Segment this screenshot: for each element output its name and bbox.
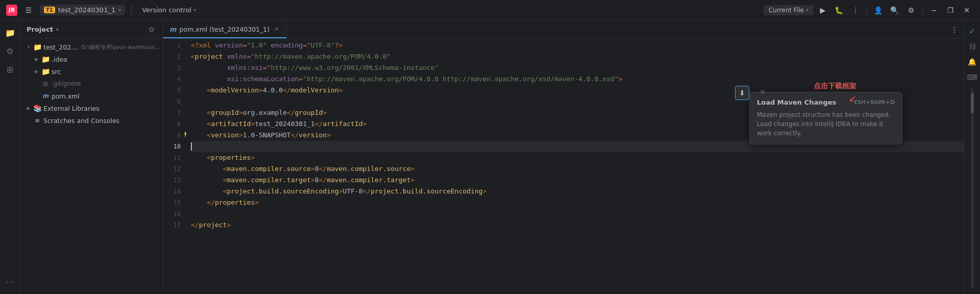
annotation-text: 点击下载框架 [814,82,856,91]
vcs-selector[interactable]: Version control ▾ [138,5,200,15]
sidebar-title: Project [27,26,53,33]
more-icon: ⋮ [852,6,859,14]
project-selector[interactable]: T1 test_20240301_1 ▾ [40,5,125,15]
line-numbers: 1 2 3 4 5 6 7 8 9 10 11 12 13 14 15 16 1… [163,39,185,294]
tree-label-pom: pom.xml [52,92,80,100]
line-num-12: 12 [174,163,181,175]
folder-icon-src: 📁 [41,67,50,76]
tree-item-src[interactable]: ▶ 📁 src [20,65,163,78]
tree-path-root: D:\编程专用\java-warehouse(本地)\test_20240 [81,43,163,51]
gear-icon[interactable]: ⚙ [146,24,157,35]
restore-button[interactable]: ❐ [943,4,958,16]
line-num-11: 11 [174,152,181,163]
terminal-right-icon[interactable]: ⌨ [966,70,979,84]
minimap-scrollbar[interactable] [971,88,974,288]
line-num-2: 2 [177,51,181,62]
code-line-2: <project xmlns="http://maven.apache.org/… [191,51,964,62]
project-name: test_20240301_1 [58,6,115,14]
library-icon: 📚 [33,104,42,112]
line-num-6: 6 [177,96,181,107]
line-num-17: 17 [174,219,181,231]
line-num-8: 8 [177,118,181,130]
titlebar-actions: Current File ▾ ▶ 🐛 ⋮ 👤 🔍 ⚙ − ❐ ✕ [764,3,974,17]
tree-item-extlibs[interactable]: ▶ 📚 External Libraries [20,102,163,114]
vcs-label: Version control [142,6,191,14]
maven-icon: m [41,92,50,100]
check-icon[interactable]: ✓ [966,24,979,38]
run-config-selector[interactable]: Current File ▾ [764,5,814,15]
line-num-3: 3 [177,62,181,74]
line-num-13: 13 [174,175,181,186]
folder-rail-icon[interactable]: 📁 [2,24,18,41]
tab-close-pom[interactable]: ✕ [273,25,280,34]
tree-label-src: src [52,68,61,76]
tab-label-pom: pom.xml (test_20240301_1) [180,26,270,33]
download-icon: ⬇ [739,89,745,97]
tree-label-extlibs: External Libraries [43,105,100,112]
close-button[interactable]: ✕ [960,4,974,16]
tree-item-gitignore[interactable]: ⊘ .gitignore [20,78,163,90]
main-layout: 📁 ⚙ ⊞ ⋯ Project ▾ ⚙ ▾ 📁 test_20240301_1 … [0,20,980,294]
profile-button[interactable]: 👤 [871,3,886,17]
bulb-icon[interactable]: 💡 [185,130,188,141]
tree-item-idea[interactable]: ▶ 📁 .idea [20,53,163,65]
folder-icon-idea: 📁 [41,55,50,63]
tab-pom[interactable]: m pom.xml (test_20240301_1) ✕ [163,20,287,38]
code-line-17: </project> [191,219,964,231]
close-icon: ✕ [760,88,766,96]
code-editor[interactable]: <?xml version="1.0" encoding="UTF-8"?> <… [185,39,964,294]
commit-rail-icon[interactable]: ⚙ [2,43,18,59]
code-line-14: <project.build.sourceEncoding>UTF-8</pro… [191,186,964,197]
structure-rail-icon[interactable]: ⊞ [2,61,18,78]
line-num-16: 16 [174,208,181,219]
run-config-chevron: ▾ [806,7,808,13]
maven-popup-description: Maven project structure has been changed… [757,110,895,138]
separator3 [922,5,923,15]
separator [131,5,132,15]
annotation-close-button[interactable]: ✕ [760,88,766,96]
tree-label-scratches: Scratches and Consoles [43,117,119,125]
run-button[interactable]: ▶ [816,3,830,17]
scrollbar-thumb [971,93,974,113]
hamburger-button[interactable]: ☰ [21,3,36,17]
tree-label-idea: .idea [52,56,67,63]
vcs-right-icon[interactable]: ⛓ [966,40,979,53]
tree-item-pom[interactable]: m pom.xml [20,90,163,102]
right-rail: ✓ ⛓ 🔔 ⌨ [964,20,980,294]
code-line-11: <properties> [191,152,964,163]
notification-icon[interactable]: 🔔 [966,55,979,68]
tree-chevron-extlibs: ▶ [24,106,33,111]
maven-popup-shortcut: Ctrl+Shift+O [854,99,895,106]
line-num-5: 5 [177,85,181,96]
tree-chevron-root: ▾ [24,44,33,50]
tab-more-button[interactable]: ⋮ [947,22,962,37]
tree-chevron-src: ▶ [33,69,41,74]
project-badge: T1 [44,7,55,13]
code-line-13: <maven.compiler.target>8</maven.compiler… [191,175,964,186]
code-line-3: xmlns:xsi="http://www.w3.org/2001/XMLSch… [191,62,964,74]
tree-label-root: test_20240301_1 [43,43,79,51]
line-num-1: 1 [177,40,181,51]
annotation-arrow: ↙ [849,93,856,104]
minimize-button[interactable]: − [927,4,941,16]
code-line-12: <maven.compiler.source>8</maven.compiler… [191,163,964,175]
project-sidebar: Project ▾ ⚙ ▾ 📁 test_20240301_1 D:\编程专用\… [20,20,163,294]
search-button[interactable]: 🔍 [888,3,902,17]
code-line-15: </properties> [191,197,964,208]
more-button[interactable]: ⋮ [848,3,863,17]
app-logo: JB [6,5,17,16]
tree-item-root[interactable]: ▾ 📁 test_20240301_1 D:\编程专用\java-warehou… [20,41,163,53]
folder-icon-root: 📁 [33,43,42,51]
download-framework-button[interactable]: ⬇ [735,86,749,100]
debug-button[interactable]: 🐛 [832,3,846,17]
tree-item-scratches[interactable]: ≡ Scratches and Consoles [20,114,163,127]
hamburger-icon: ☰ [26,6,32,14]
code-line-16 [191,208,964,219]
line-num-4: 4 [177,74,181,85]
code-line-1: <?xml version="1.0" encoding="UTF-8"?> [191,40,964,51]
settings-button[interactable]: ⚙ [904,3,918,17]
tree-chevron-idea: ▶ [33,57,41,62]
vcs-chevron: ▾ [193,7,196,13]
sidebar-title-chevron[interactable]: ▾ [56,27,59,32]
more-rail-icon[interactable]: ⋯ [2,274,18,290]
